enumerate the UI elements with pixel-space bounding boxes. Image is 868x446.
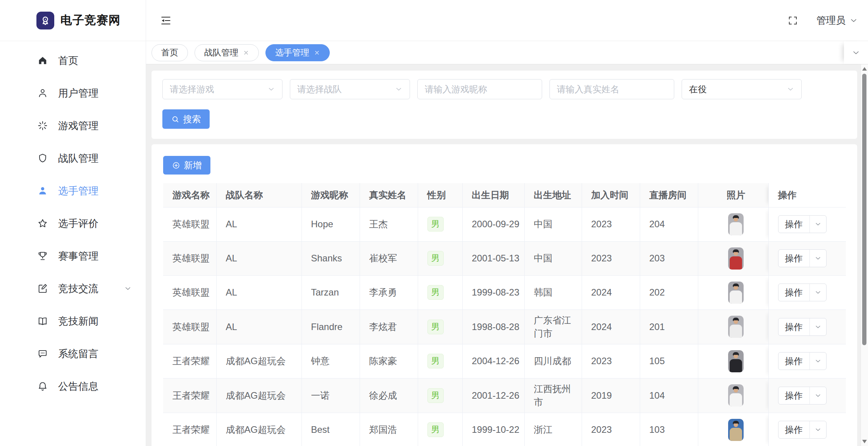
action-button-label[interactable]: 操作 [778, 216, 810, 233]
sidebar-item-label: 用户管理 [58, 86, 98, 100]
photo-cell [698, 275, 768, 309]
spark-icon [37, 120, 48, 131]
team-cell: AL [216, 241, 301, 275]
row-action-button: 操作 [778, 352, 827, 370]
gender-cell: 男 [418, 241, 462, 275]
action-button-label[interactable]: 操作 [778, 421, 810, 438]
sidebar-item-label: 竞技新闻 [58, 315, 98, 328]
team-cell: 成都AG超玩会 [216, 413, 301, 446]
tab-player-management[interactable]: 选手管理 [265, 44, 330, 61]
nickname-input[interactable]: 请输入游戏昵称 [417, 79, 542, 99]
action-button-label[interactable]: 操作 [778, 387, 810, 404]
sidebar-item-games[interactable]: 游戏管理 [0, 109, 146, 142]
home-icon [37, 55, 48, 66]
team-cell: 成都AG超玩会 [216, 378, 301, 413]
select-placeholder: 请选择战队 [297, 83, 342, 95]
scrollbar-down-arrow[interactable] [862, 440, 867, 443]
row-action-button: 操作 [778, 421, 827, 439]
realname-cell: 崔校军 [360, 241, 418, 275]
game-cell: 王者荣耀 [163, 344, 216, 378]
tab-team-management[interactable]: 战队管理 [195, 44, 259, 61]
tab-overflow-button[interactable] [844, 41, 868, 64]
tab-label: 选手管理 [275, 47, 309, 59]
sidebar-item-messages[interactable]: 系统留言 [0, 337, 146, 370]
player-photo [728, 350, 744, 372]
col-header: 加入时间 [582, 183, 640, 207]
room-cell: 201 [640, 309, 698, 344]
nickname-cell: Hope [301, 207, 360, 241]
birthplace-cell: 中国 [524, 207, 582, 241]
game-cell: 王者荣耀 [163, 413, 216, 446]
status-select[interactable]: 在役 [682, 79, 802, 99]
user-icon [37, 88, 48, 99]
user-menu[interactable]: 管理员 [816, 14, 858, 27]
scrollbar-up-arrow[interactable] [862, 67, 867, 71]
gender-cell: 男 [418, 378, 462, 413]
sidebar-item-news[interactable]: 竞技新闻 [0, 305, 146, 337]
action-dropdown-arrow[interactable] [810, 318, 826, 335]
col-header: 游戏昵称 [301, 183, 360, 207]
action-dropdown-arrow[interactable] [810, 284, 826, 301]
room-cell: 204 [640, 207, 698, 241]
chevron-down-icon [849, 16, 858, 25]
sidebar-item-announcements[interactable]: 公告信息 [0, 370, 146, 403]
birth-cell: 2001-12-26 [462, 378, 524, 413]
game-select[interactable]: 请选择游戏 [162, 79, 282, 99]
row-action-button: 操作 [778, 387, 827, 405]
sidebar-nav: 首页 用户管理 游戏管理 战队管理 选手管理 选手评价 赛事管理 竞技交流 [0, 41, 146, 446]
scrollbar-thumb[interactable] [862, 74, 866, 345]
chevron-down-icon [395, 85, 403, 93]
birthplace-cell: 韩国 [524, 275, 582, 309]
join-cell: 2024 [582, 275, 640, 309]
search-button-label: 搜索 [183, 113, 201, 125]
birth-cell: 1999-08-23 [462, 275, 524, 309]
table-row: 英雄联盟ALShanks崔校军男2001-05-13中国2023203操作 [163, 241, 846, 275]
close-icon[interactable] [314, 50, 320, 56]
add-button[interactable]: 新增 [163, 156, 210, 175]
team-cell: AL [216, 309, 301, 344]
action-cell: 操作 [768, 309, 846, 344]
sidebar-item-users[interactable]: 用户管理 [0, 77, 146, 109]
sidebar-item-label: 战队管理 [58, 152, 98, 165]
join-cell: 2023 [582, 413, 640, 446]
action-dropdown-arrow[interactable] [810, 216, 826, 233]
input-placeholder: 请输入真实姓名 [557, 83, 619, 95]
col-header: 游戏名称 [163, 183, 216, 207]
nickname-cell: Flandre [301, 309, 360, 344]
action-button-label[interactable]: 操作 [778, 250, 810, 267]
sidebar-item-events[interactable]: 赛事管理 [0, 240, 146, 272]
room-cell: 103 [640, 413, 698, 446]
action-dropdown-arrow[interactable] [810, 353, 826, 370]
close-icon[interactable] [243, 50, 249, 56]
row-action-button: 操作 [778, 215, 827, 233]
nickname-cell: 钟意 [301, 344, 360, 378]
photo-cell [698, 413, 768, 446]
action-dropdown-arrow[interactable] [810, 250, 826, 267]
realname-input[interactable]: 请输入真实姓名 [549, 79, 674, 99]
search-button[interactable]: 搜索 [162, 109, 210, 129]
sidebar-item-label: 赛事管理 [58, 249, 98, 263]
collapse-menu-icon[interactable] [160, 15, 172, 26]
sidebar-item-label: 首页 [58, 54, 78, 67]
gender-cell: 男 [418, 275, 462, 309]
action-button-label[interactable]: 操作 [778, 284, 810, 301]
action-cell: 操作 [768, 344, 846, 378]
team-select[interactable]: 请选择战队 [290, 79, 410, 99]
sidebar-item-player-reviews[interactable]: 选手评价 [0, 207, 146, 240]
col-header: 操作 [768, 183, 846, 207]
vertical-scrollbar[interactable] [861, 64, 868, 446]
sidebar-item-teams[interactable]: 战队管理 [0, 142, 146, 175]
tab-label: 首页 [161, 47, 178, 59]
action-button-label[interactable]: 操作 [778, 318, 810, 335]
action-dropdown-arrow[interactable] [810, 421, 826, 438]
game-cell: 英雄联盟 [163, 275, 216, 309]
sidebar-item-home[interactable]: 首页 [0, 44, 146, 77]
fullscreen-icon[interactable] [788, 16, 798, 26]
sidebar-item-players[interactable]: 选手管理 [0, 175, 146, 207]
action-dropdown-arrow[interactable] [810, 387, 826, 404]
tab-home[interactable]: 首页 [152, 44, 188, 61]
filter-row: 请选择游戏 请选择战队 请输入游戏昵称 请输入真实姓名 在役 [162, 79, 846, 99]
header-actions: 管理员 [788, 14, 858, 27]
action-button-label[interactable]: 操作 [778, 353, 810, 370]
sidebar-item-exchange[interactable]: 竞技交流 [0, 272, 146, 305]
